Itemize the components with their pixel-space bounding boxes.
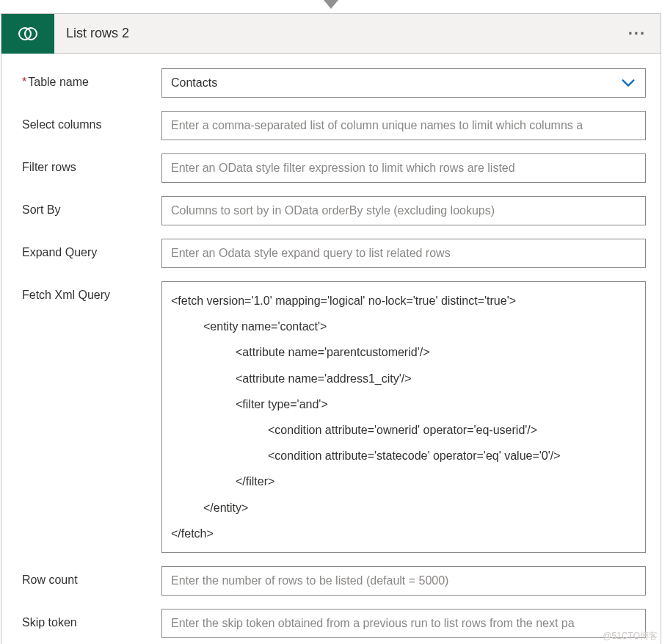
expand-query-input[interactable]	[161, 239, 646, 268]
select-columns-input[interactable]	[161, 111, 646, 140]
label-expand-query: Expand Query	[22, 239, 161, 259]
row-table-name: *Table name Contacts	[22, 68, 646, 98]
connector-arrow	[0, 0, 662, 13]
arrow-down-icon	[324, 0, 338, 9]
label-sort-by: Sort By	[22, 196, 161, 217]
row-select-columns: Select columns	[22, 111, 646, 140]
action-card: List rows 2 ··· *Table name Contacts Sel…	[1, 13, 661, 644]
sort-by-input[interactable]	[161, 196, 646, 225]
label-table-name: *Table name	[22, 68, 161, 89]
label-fetch-xml: Fetch Xml Query	[22, 281, 161, 302]
row-filter-rows: Filter rows	[22, 153, 646, 183]
row-expand-query: Expand Query	[22, 239, 646, 268]
watermark: @51CTO博客	[603, 630, 658, 643]
dataverse-icon	[1, 14, 54, 54]
table-name-value: Contacts	[171, 76, 620, 90]
card-header: List rows 2 ···	[1, 14, 661, 54]
filter-rows-input[interactable]	[161, 153, 646, 183]
row-row-count: Row count	[22, 566, 646, 596]
row-sort-by: Sort By	[22, 196, 646, 225]
label-row-count: Row count	[22, 566, 161, 587]
label-skip-token: Skip token	[22, 609, 161, 629]
label-select-columns: Select columns	[22, 111, 161, 131]
more-menu-icon[interactable]: ···	[614, 24, 661, 43]
fetch-xml-input[interactable]: <fetch version='1.0' mapping='logical' n…	[161, 281, 646, 553]
card-title: List rows 2	[54, 26, 614, 41]
chevron-down-icon	[620, 75, 636, 91]
row-fetch-xml: Fetch Xml Query <fetch version='1.0' map…	[22, 281, 646, 553]
row-count-input[interactable]	[161, 566, 646, 596]
table-name-select[interactable]: Contacts	[161, 68, 646, 98]
label-filter-rows: Filter rows	[22, 153, 161, 174]
skip-token-input[interactable]	[161, 609, 646, 638]
form-body: *Table name Contacts Select columns Filt…	[1, 54, 661, 644]
row-skip-token: Skip token	[22, 609, 646, 638]
